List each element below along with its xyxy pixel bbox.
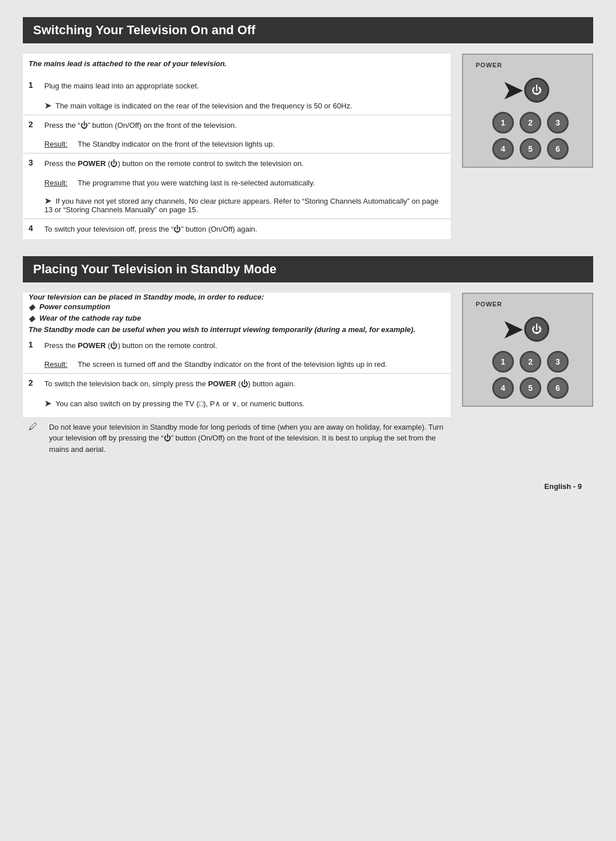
s1-btn4: 4 xyxy=(492,138,514,160)
step1-num: 1 xyxy=(23,76,39,96)
s2-btn6: 6 xyxy=(547,377,569,399)
s2-btn2: 2 xyxy=(520,351,541,373)
s1-number-row2: 4 5 6 xyxy=(492,138,569,160)
result-label3: Result: xyxy=(44,179,76,187)
s2-numbers-grid: 1 2 3 4 5 6 xyxy=(492,351,569,399)
s2-number-row1: 1 2 3 xyxy=(492,351,569,373)
section2-intro2: The Standby mode can be useful when you … xyxy=(23,321,421,338)
section2-layout: Your television can be placed in Standby… xyxy=(23,293,593,459)
arrow-icon1: ➤ xyxy=(44,101,51,110)
result-text3: The programme that you were watching las… xyxy=(78,179,315,187)
s1-power-label: POWER xyxy=(476,62,502,68)
s2-step2-num: 2 xyxy=(23,374,39,394)
s2-btn5: 5 xyxy=(520,377,541,399)
s2-btn1: 1 xyxy=(492,351,514,373)
s2-step2-arrow-row: ➤ You can also switch on by pressing the… xyxy=(23,394,451,413)
s2-note-row: 🖊 Do not leave your television in Standb… xyxy=(23,417,451,460)
s2-step2-arrow-text: You can also switch on by pressing the T… xyxy=(55,399,305,408)
step1-row: 1 Plug the mains lead into an appropriat… xyxy=(23,76,451,96)
footer: English - 9 xyxy=(23,476,593,496)
section1-layout: The mains lead is attached to the rear o… xyxy=(23,54,593,239)
section2-steps: 1 Press the POWER (⏻) button on the remo… xyxy=(23,335,451,413)
s1-power-button-area: ➤ ⏻ xyxy=(506,76,549,104)
step2-num: 2 xyxy=(23,115,39,135)
step1-arrow-row: ➤ The main voltage is indicated on the r… xyxy=(23,96,451,115)
step3-arrow-row: ➤ If you have not yet stored any channel… xyxy=(23,192,451,219)
step2-row: 2 Press the “⏻” button (On/Off) on the f… xyxy=(23,115,451,135)
section2-content: Your television can be placed in Standby… xyxy=(23,293,451,459)
step1-arrow-text: The main voltage is indicated on the rea… xyxy=(55,102,352,110)
step3-result-row: Result: The programme that you were watc… xyxy=(23,174,451,192)
s2-step1-result-row: Result: The screen is turned off and the… xyxy=(23,355,451,374)
s2-power-label: POWER xyxy=(476,301,502,308)
section1-image: POWER ➤ ⏻ 1 2 3 4 5 6 xyxy=(462,54,593,168)
section1: Switching Your Television On and Off The… xyxy=(23,17,593,239)
s2-result-text1: The screen is turned off and the Standby… xyxy=(78,360,387,369)
s2-power-button-area: ➤ ⏻ xyxy=(506,316,549,343)
diamond-icon1: ◆ xyxy=(29,302,35,312)
s2-power-btn: ⏻ xyxy=(524,317,549,342)
s1-numbers-grid: 1 2 3 4 5 6 xyxy=(492,112,569,160)
s2-result-label1: Result: xyxy=(44,360,76,369)
section2: Placing Your Television in Standby Mode … xyxy=(23,256,593,459)
result-label2: Result: xyxy=(44,140,76,148)
step2-text: Press the “⏻” button (On/Off) on the fro… xyxy=(39,115,451,135)
section2-image: POWER ➤ ⏻ 1 2 3 4 5 6 xyxy=(462,293,593,407)
s1-btn5: 5 xyxy=(520,138,541,160)
step3-arrow-text: If you have not yet stored any channels,… xyxy=(44,197,439,214)
s1-btn3: 3 xyxy=(547,112,569,134)
s2-note-text: Do not leave your television in Standby … xyxy=(43,417,451,460)
section1-steps: 1 Plug the mains lead into an appropriat… xyxy=(23,76,451,239)
s1-btn1: 1 xyxy=(492,112,514,134)
arrow-icon-s2-2: ➤ xyxy=(44,399,51,408)
result-text2: The Standby indicator on the front of th… xyxy=(78,140,274,148)
s1-power-btn: ⏻ xyxy=(524,78,549,103)
s1-btn6: 6 xyxy=(547,138,569,160)
s2-big-arrow: ➤ xyxy=(501,316,524,343)
page-wrapper: Switching Your Television On and Off The… xyxy=(23,17,593,496)
s2-btn3: 3 xyxy=(547,351,569,373)
step4-num: 4 xyxy=(23,219,39,239)
section1-title: Switching Your Television On and Off xyxy=(23,17,593,43)
step4-row: 4 To switch your television off, press t… xyxy=(23,219,451,239)
s2-bullet1-text: Power consumption xyxy=(39,302,110,311)
section2-note-table: 🖊 Do not leave your television in Standb… xyxy=(23,417,451,460)
s2-step1-bold: POWER xyxy=(78,341,106,350)
s1-big-arrow: ➤ xyxy=(501,76,524,104)
arrow-icon3: ➤ xyxy=(44,196,51,205)
step3-row: 3 Press the POWER (⏻) button on the remo… xyxy=(23,153,451,174)
step3-text: Press the POWER (⏻) button on the remote… xyxy=(39,153,451,174)
section1-content: The mains lead is attached to the rear o… xyxy=(23,54,451,239)
note-icon: 🖊 xyxy=(29,422,38,431)
s2-step2-row: 2 To switch the television back on, simp… xyxy=(23,374,451,394)
step3-bold: POWER xyxy=(78,159,106,168)
step3-num: 3 xyxy=(23,153,39,174)
step4-text: To switch your television off, press the… xyxy=(39,219,451,239)
section1-intro: The mains lead is attached to the rear o… xyxy=(23,54,451,76)
section2-title: Placing Your Television in Standby Mode xyxy=(23,256,593,282)
s1-btn2: 2 xyxy=(520,112,541,134)
s2-btn4: 4 xyxy=(492,377,514,399)
footer-text: English - 9 xyxy=(544,482,582,491)
step1-text: Plug the mains lead into an appropriate … xyxy=(39,76,451,96)
s2-step2-text: To switch the television back on, simply… xyxy=(39,374,451,394)
step2-result-row: Result: The Standby indicator on the fro… xyxy=(23,135,451,153)
s2-step2-bold: POWER xyxy=(208,379,236,388)
s1-number-row1: 1 2 3 xyxy=(492,112,569,134)
s2-number-row2: 4 5 6 xyxy=(492,377,569,399)
